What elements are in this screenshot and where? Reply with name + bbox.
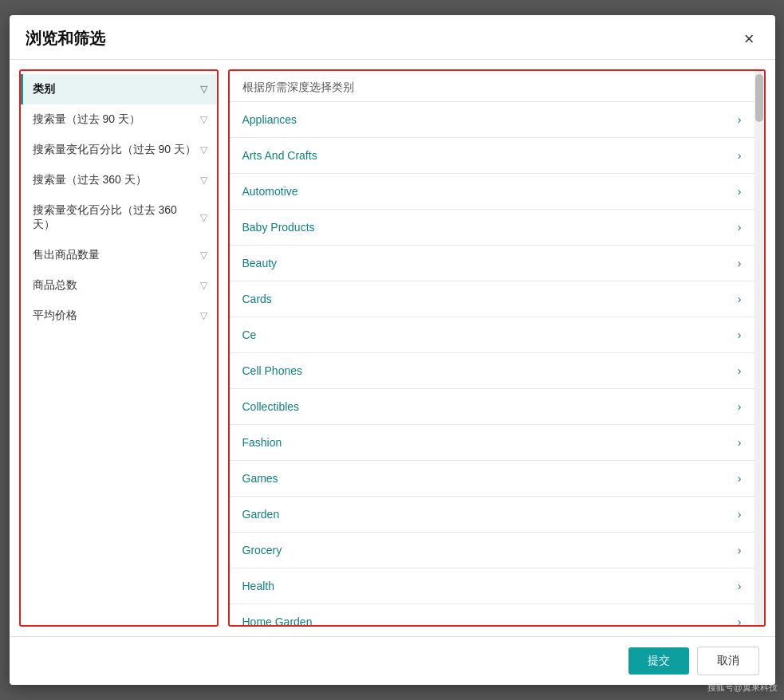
filter-icon-1: ▽	[200, 114, 207, 125]
category-chevron-13: ›	[738, 580, 742, 592]
left-panel-item-label-5: 售出商品数量	[33, 248, 100, 262]
category-item-4[interactable]: Beauty›	[230, 246, 754, 281]
category-chevron-12: ›	[738, 544, 742, 556]
category-chevron-11: ›	[738, 508, 742, 521]
category-chevron-7: ›	[738, 364, 742, 377]
scroll-thumb[interactable]	[755, 74, 763, 122]
left-panel-item-1[interactable]: 搜索量（过去 90 天）▽	[21, 104, 217, 135]
category-label-4: Beauty	[242, 257, 278, 269]
category-item-10[interactable]: Games›	[230, 461, 754, 497]
category-chevron-9: ›	[738, 436, 742, 449]
category-item-12[interactable]: Grocery›	[230, 533, 754, 568]
category-item-0[interactable]: Appliances›	[230, 102, 754, 138]
left-panel-item-0[interactable]: 类别▽	[21, 74, 217, 104]
category-chevron-2: ›	[738, 185, 742, 198]
category-label-13: Health	[242, 580, 274, 592]
left-panel-item-6[interactable]: 商品总数▽	[21, 270, 217, 301]
right-content[interactable]: 根据所需深度选择类别 Appliances›Arts And Crafts›Au…	[230, 71, 754, 625]
left-panel-item-label-6: 商品总数	[33, 278, 77, 293]
modal-footer: 提交 取消	[10, 636, 775, 685]
category-chevron-5: ›	[738, 293, 742, 305]
category-label-5: Cards	[242, 293, 272, 305]
right-panel-header: 根据所需深度选择类别	[230, 71, 754, 102]
category-item-5[interactable]: Cards›	[230, 281, 754, 317]
category-item-14[interactable]: Home Garden›	[230, 604, 754, 625]
close-button[interactable]: ×	[739, 29, 759, 49]
category-item-13[interactable]: Health›	[230, 568, 754, 604]
filter-icon-6: ▽	[200, 280, 207, 291]
category-label-6: Ce	[242, 328, 257, 341]
modal-title: 浏览和筛选	[26, 28, 105, 49]
category-chevron-10: ›	[738, 472, 742, 485]
left-panel-item-label-7: 平均价格	[33, 309, 77, 323]
category-chevron-8: ›	[738, 400, 742, 413]
categories-list: Appliances›Arts And Crafts›Automotive›Ba…	[230, 102, 754, 625]
category-chevron-3: ›	[738, 221, 742, 234]
category-item-1[interactable]: Arts And Crafts›	[230, 138, 754, 174]
filter-icon-5: ▽	[200, 250, 207, 261]
submit-button[interactable]: 提交	[628, 647, 689, 674]
category-chevron-0: ›	[738, 113, 742, 126]
left-panel-item-label-1: 搜索量（过去 90 天）	[33, 112, 140, 127]
category-chevron-4: ›	[738, 257, 742, 269]
left-panel: 类别▽搜索量（过去 90 天）▽搜索量变化百分比（过去 90 天）▽搜索量（过去…	[19, 69, 219, 627]
category-label-8: Collectibles	[242, 400, 300, 413]
filter-icon-0: ▽	[200, 84, 207, 95]
scroll-track[interactable]	[754, 71, 764, 625]
left-panel-item-4[interactable]: 搜索量变化百分比（过去 360 天）▽	[21, 195, 217, 240]
category-item-9[interactable]: Fashion›	[230, 425, 754, 461]
category-chevron-1: ›	[738, 149, 742, 162]
left-panel-item-label-4: 搜索量变化百分比（过去 360 天）	[33, 203, 200, 232]
category-label-9: Fashion	[242, 436, 282, 449]
modal-body: 类别▽搜索量（过去 90 天）▽搜索量变化百分比（过去 90 天）▽搜索量（过去…	[10, 60, 775, 636]
category-item-7[interactable]: Cell Phones›	[230, 353, 754, 389]
left-panel-item-label-2: 搜索量变化百分比（过去 90 天）	[33, 143, 196, 157]
category-label-1: Arts And Crafts	[242, 149, 317, 162]
filter-icon-2: ▽	[200, 144, 207, 155]
left-panel-item-3[interactable]: 搜索量（过去 360 天）▽	[21, 165, 217, 195]
category-label-14: Home Garden	[242, 615, 313, 625]
category-chevron-14: ›	[738, 615, 742, 625]
left-panel-item-label-3: 搜索量（过去 360 天）	[33, 173, 147, 187]
category-label-0: Appliances	[242, 113, 297, 126]
category-label-3: Baby Products	[242, 221, 315, 234]
filter-icon-3: ▽	[200, 175, 207, 186]
category-chevron-6: ›	[738, 328, 742, 341]
modal-dialog: 浏览和筛选 × 类别▽搜索量（过去 90 天）▽搜索量变化百分比（过去 90 天…	[10, 15, 775, 685]
category-item-6[interactable]: Ce›	[230, 317, 754, 353]
category-label-2: Automotive	[242, 185, 298, 198]
category-label-10: Games	[242, 472, 278, 485]
cancel-button[interactable]: 取消	[697, 647, 759, 675]
modal-overlay: 浏览和筛选 × 类别▽搜索量（过去 90 天）▽搜索量变化百分比（过去 90 天…	[0, 0, 784, 700]
filter-icon-4: ▽	[200, 212, 207, 223]
left-panel-item-7[interactable]: 平均价格▽	[21, 301, 217, 331]
category-label-7: Cell Phones	[242, 364, 303, 377]
left-panel-item-2[interactable]: 搜索量变化百分比（过去 90 天）▽	[21, 135, 217, 165]
category-label-11: Garden	[242, 508, 280, 521]
category-item-2[interactable]: Automotive›	[230, 174, 754, 210]
category-label-12: Grocery	[242, 544, 282, 556]
filter-icon-7: ▽	[200, 310, 207, 321]
category-item-8[interactable]: Collectibles›	[230, 389, 754, 425]
left-panel-item-5[interactable]: 售出商品数量▽	[21, 240, 217, 270]
left-panel-item-label-0: 类别	[33, 82, 55, 96]
category-item-11[interactable]: Garden›	[230, 497, 754, 533]
modal-header: 浏览和筛选 ×	[10, 15, 775, 60]
category-item-3[interactable]: Baby Products›	[230, 210, 754, 246]
right-panel: 根据所需深度选择类别 Appliances›Arts And Crafts›Au…	[228, 69, 766, 627]
right-scroll-wrapper: 根据所需深度选择类别 Appliances›Arts And Crafts›Au…	[230, 71, 764, 625]
